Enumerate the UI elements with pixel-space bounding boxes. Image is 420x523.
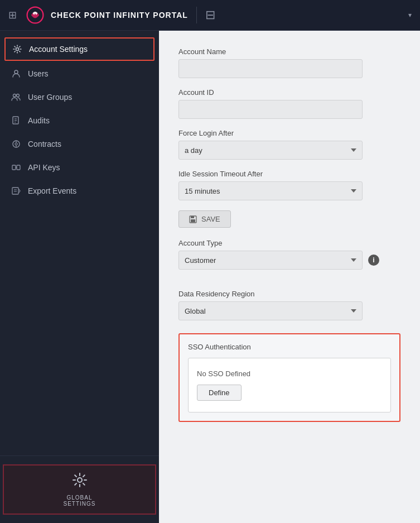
sidebar-bottom: GLOBALSETTINGS: [0, 455, 159, 523]
building-icon: ⊟: [205, 8, 215, 22]
info-icon[interactable]: i: [368, 255, 379, 266]
save-button[interactable]: SAVE: [178, 210, 231, 228]
audit-icon: [11, 116, 21, 126]
export-icon: [11, 186, 21, 196]
account-type-row: Customer Partner MSP i: [178, 251, 400, 270]
svg-rect-14: [17, 165, 20, 170]
gear-icon: [12, 44, 22, 54]
user-icon: [11, 69, 21, 79]
svg-point-19: [78, 478, 82, 482]
contracts-icon: [11, 139, 21, 149]
sidebar-item-users-label: Users: [28, 69, 49, 78]
sso-inner: No SSO Defined Define: [188, 358, 391, 412]
header-divider: [196, 7, 197, 23]
sidebar-item-contracts-label: Contracts: [28, 140, 61, 148]
account-name-group: Account Name: [178, 47, 400, 78]
sso-section: SSO Authentication No SSO Defined Define: [178, 333, 400, 422]
sidebar-item-users[interactable]: Users: [0, 62, 159, 85]
sidebar-item-user-groups-label: User Groups: [28, 93, 72, 102]
save-icon: [189, 215, 197, 223]
api-icon: [11, 162, 21, 172]
sidebar-item-account-settings[interactable]: Account Settings: [4, 37, 155, 61]
sidebar-item-api-keys-label: API Keys: [28, 163, 60, 172]
svg-point-4: [17, 94, 20, 97]
sidebar-item-api-keys[interactable]: API Keys: [0, 156, 159, 179]
sidebar-item-export-events[interactable]: Export Events: [0, 179, 159, 203]
force-login-label: Force Login After: [178, 129, 400, 137]
account-id-label: Account ID: [178, 88, 400, 97]
global-settings-button[interactable]: GLOBALSETTINGS: [3, 464, 156, 515]
svg-rect-13: [12, 165, 16, 170]
force-login-group: Force Login After a day 12 hours 1 hour …: [178, 129, 400, 160]
logo-container: CHECK POINT INFINITY PORTAL: [25, 5, 188, 25]
svg-point-1: [16, 48, 19, 51]
force-login-select[interactable]: a day 12 hours 1 hour Never: [178, 141, 363, 160]
account-type-select[interactable]: Customer Partner MSP: [178, 251, 363, 270]
global-settings-label: GLOBALSETTINGS: [63, 495, 95, 507]
sidebar-item-export-events-label: Export Events: [28, 186, 76, 195]
content-area: Account Name Account ID Force Login Afte…: [159, 31, 420, 523]
sso-title: SSO Authentication: [188, 343, 391, 351]
svg-rect-22: [191, 219, 195, 222]
account-id-input[interactable]: [178, 100, 363, 119]
account-id-group: Account ID: [178, 88, 400, 119]
global-settings-gear-icon: [72, 472, 88, 491]
sidebar: Account Settings Users: [0, 31, 159, 523]
define-button[interactable]: Define: [197, 385, 242, 401]
svg-rect-21: [191, 216, 194, 218]
account-type-label: Account Type: [178, 239, 400, 247]
sidebar-nav: Account Settings Users: [0, 31, 159, 455]
account-type-group: Account Type Customer Partner MSP i: [178, 239, 400, 280]
save-label: SAVE: [201, 215, 220, 223]
idle-session-label: Idle Session Timeout After: [178, 170, 400, 178]
svg-point-3: [13, 94, 16, 97]
data-residency-label: Data Residency Region: [178, 290, 400, 298]
sso-no-defined-text: No SSO Defined: [197, 370, 382, 378]
header-right[interactable]: ▾: [408, 11, 412, 19]
account-name-label: Account Name: [178, 47, 400, 56]
users-icon: [11, 92, 21, 102]
account-name-input[interactable]: [178, 59, 363, 78]
sidebar-item-audits[interactable]: Audits: [0, 109, 159, 132]
sidebar-item-user-groups[interactable]: User Groups: [0, 85, 159, 109]
svg-point-2: [15, 70, 18, 74]
main-layout: Account Settings Users: [0, 31, 420, 523]
portal-title: CHECK POINT INFINITY PORTAL: [51, 11, 188, 20]
form-section: Account Name Account ID Force Login Afte…: [178, 47, 400, 422]
logo-icon: [25, 5, 45, 25]
svg-point-10: [15, 143, 17, 145]
sidebar-item-audits-label: Audits: [28, 116, 50, 125]
data-residency-select[interactable]: Global US EU: [178, 301, 363, 320]
idle-session-group: Idle Session Timeout After 15 minutes 30…: [178, 170, 400, 200]
top-header: ⊞ CHECK POINT INFINITY PORTAL ⊟ ▾: [0, 0, 420, 31]
grid-icon[interactable]: ⊞: [8, 9, 17, 21]
sidebar-item-account-settings-label: Account Settings: [29, 45, 88, 54]
data-residency-group: Data Residency Region Global US EU: [178, 290, 400, 320]
sidebar-item-contracts[interactable]: Contracts: [0, 132, 159, 156]
svg-rect-16: [12, 188, 18, 194]
idle-session-select[interactable]: 15 minutes 30 minutes 1 hour Never: [178, 181, 363, 200]
